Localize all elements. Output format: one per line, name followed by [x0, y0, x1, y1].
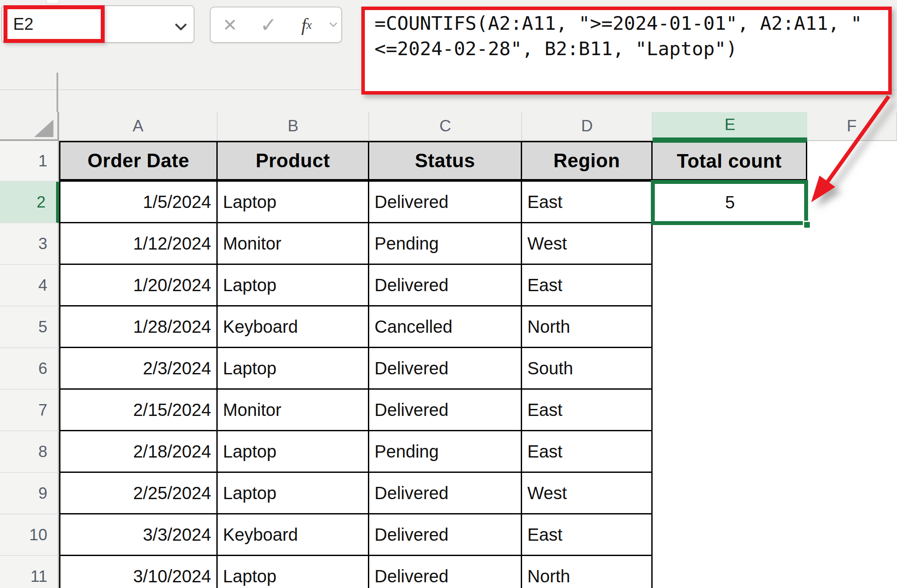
- cell-A8[interactable]: 2/18/2024: [59, 431, 218, 473]
- cell-D1[interactable]: Region: [522, 141, 653, 182]
- cell-B2[interactable]: Laptop: [218, 182, 369, 223]
- cell-B5[interactable]: Keyboard: [218, 306, 369, 348]
- cell-B6[interactable]: Laptop: [218, 348, 369, 390]
- cell-D6[interactable]: South: [522, 348, 653, 390]
- cell-C10[interactable]: Delivered: [369, 514, 522, 556]
- row-header-5[interactable]: 5: [0, 306, 59, 348]
- enter-button[interactable]: ✓: [249, 7, 288, 42]
- pane-divider: [57, 73, 58, 113]
- fx-icon: f: [301, 14, 307, 35]
- formula-line-1: =COUNTIFS(A2:A11, ">=2024-01-01", A2:A11…: [374, 12, 862, 34]
- cell-B11[interactable]: Laptop: [218, 556, 369, 588]
- cell-D11[interactable]: North: [522, 556, 653, 588]
- check-icon: ✓: [260, 13, 277, 37]
- selected-cell-outline: [651, 180, 808, 225]
- column-header-D[interactable]: D: [522, 112, 653, 140]
- cell-A3[interactable]: 1/12/2024: [59, 223, 218, 265]
- cell-B9[interactable]: Laptop: [218, 473, 369, 514]
- cell-D8[interactable]: East: [522, 431, 653, 473]
- cell-D3[interactable]: West: [522, 223, 653, 265]
- row-header-10[interactable]: 10: [0, 514, 59, 556]
- column-header-E[interactable]: E: [653, 112, 807, 141]
- fill-handle[interactable]: [803, 221, 811, 229]
- cell-C11[interactable]: Delivered: [369, 556, 522, 588]
- formula-line-2: <=2024-02-28", B2:B11, "Laptop"): [374, 38, 737, 60]
- cell-C5[interactable]: Cancelled: [369, 306, 522, 348]
- chrome-artifact: [46, 0, 59, 4]
- cell-A2[interactable]: 1/5/2024: [59, 182, 218, 223]
- spreadsheet-app: E2 ✕ ✓ fx =COUNTIFS(A2:A11, ">=2024-01-0…: [0, 0, 897, 588]
- cell-A1[interactable]: Order Date: [59, 141, 218, 182]
- formula-bar-buttons: ✕ ✓ fx: [210, 7, 342, 43]
- cancel-icon: ✕: [222, 15, 237, 35]
- cell-A4[interactable]: 1/20/2024: [59, 265, 218, 306]
- row-header-4[interactable]: 4: [0, 265, 59, 306]
- cell-C9[interactable]: Delivered: [369, 473, 522, 514]
- row-header-2[interactable]: 2: [0, 182, 59, 223]
- cell-D7[interactable]: East: [522, 390, 653, 431]
- cell-B4[interactable]: Laptop: [218, 265, 369, 306]
- cell-D10[interactable]: East: [522, 514, 653, 556]
- column-header-B[interactable]: B: [218, 112, 369, 140]
- cell-C7[interactable]: Delivered: [369, 390, 522, 431]
- row-header-6[interactable]: 6: [0, 348, 59, 390]
- cell-C1[interactable]: Status: [369, 141, 522, 182]
- column-header-F[interactable]: F: [807, 112, 897, 140]
- cell-D9[interactable]: West: [522, 473, 653, 514]
- name-box-dropdown-icon[interactable]: [174, 23, 187, 32]
- select-all-triangle-icon: [34, 120, 53, 137]
- annotation-name-box-highlight: [4, 5, 105, 43]
- cell-A7[interactable]: 2/15/2024: [59, 390, 218, 431]
- cell-A5[interactable]: 1/28/2024: [59, 306, 218, 348]
- formula-bar-text[interactable]: =COUNTIFS(A2:A11, ">=2024-01-01", A2:A11…: [374, 11, 887, 61]
- column-header-C[interactable]: C: [369, 112, 522, 140]
- cell-C3[interactable]: Pending: [369, 223, 522, 265]
- cell-D4[interactable]: East: [522, 265, 653, 306]
- cell-C4[interactable]: Delivered: [369, 265, 522, 306]
- row-header-1[interactable]: 1: [0, 141, 59, 182]
- row-header-9[interactable]: 9: [0, 473, 59, 514]
- cancel-button[interactable]: ✕: [211, 7, 249, 42]
- cell-A11[interactable]: 3/10/2024: [59, 556, 218, 588]
- cell-C6[interactable]: Delivered: [369, 348, 522, 390]
- cell-A9[interactable]: 2/25/2024: [59, 473, 218, 514]
- row-header-3[interactable]: 3: [0, 223, 59, 265]
- cell-D5[interactable]: North: [522, 306, 653, 348]
- row-header-7[interactable]: 7: [0, 390, 59, 431]
- row-header-8[interactable]: 8: [0, 431, 59, 473]
- cell-A6[interactable]: 2/3/2024: [59, 348, 218, 390]
- row-header-11[interactable]: 11: [0, 556, 59, 588]
- cell-E1[interactable]: Total count: [653, 141, 807, 182]
- cell-B8[interactable]: Laptop: [218, 431, 369, 473]
- cell-A10[interactable]: 3/3/2024: [59, 514, 218, 556]
- insert-function-button[interactable]: fx: [288, 7, 325, 42]
- fx-dropdown-icon[interactable]: [325, 7, 341, 42]
- cell-C2[interactable]: Delivered: [369, 182, 522, 223]
- cell-B1[interactable]: Product: [218, 141, 369, 182]
- cell-C8[interactable]: Pending: [369, 431, 522, 473]
- cell-B7[interactable]: Monitor: [218, 390, 369, 431]
- column-header-A[interactable]: A: [59, 112, 218, 140]
- cell-D2[interactable]: East: [522, 182, 653, 223]
- cell-B10[interactable]: Keyboard: [218, 514, 369, 556]
- cell-B3[interactable]: Monitor: [218, 223, 369, 265]
